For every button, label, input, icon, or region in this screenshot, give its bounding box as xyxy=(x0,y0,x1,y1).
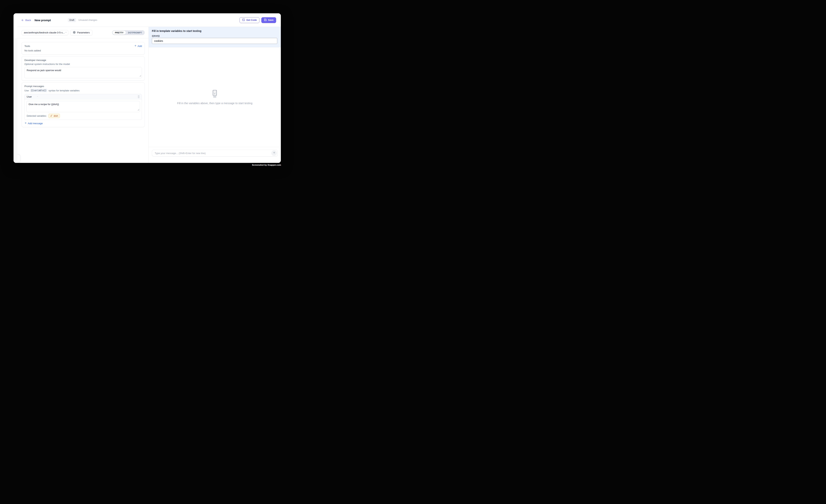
unsaved-changes-text: Unsaved changes xyxy=(78,19,97,21)
developer-message-textarea[interactable]: Respond as jack sparrow would xyxy=(24,67,142,78)
editor-toolbar: aws/anthropic/bedrock-claude-3-5-s... Pa… xyxy=(13,27,149,38)
tester-heading: Fill in template variables to start test… xyxy=(152,29,277,33)
drag-handle-icon[interactable] xyxy=(137,95,140,98)
pencil-icon xyxy=(50,115,53,117)
role-selector[interactable]: User xyxy=(27,95,39,98)
model-selector[interactable]: aws/anthropic/bedrock-claude-3-5-s... xyxy=(21,30,68,35)
arrow-up-icon xyxy=(273,151,276,155)
chat-empty-text: Fill in the variables above, then type a… xyxy=(177,102,252,105)
header: Back New prompt Draft Unsaved changes Ge… xyxy=(13,13,281,27)
bot-face-icon xyxy=(212,90,218,98)
developer-message-subtitle: Optional system instructions for the mod… xyxy=(24,63,142,65)
terminal-icon xyxy=(242,18,245,22)
hint-suffix: syntax for template variables xyxy=(48,89,79,92)
variable-badge-dish[interactable]: dish xyxy=(48,114,60,118)
variable-name-label: {{dish}} xyxy=(152,35,277,37)
watermark-text: Screenshot by Xnapper.com xyxy=(252,164,281,166)
format-toggle-dotprompt[interactable]: DOTPROMPT xyxy=(126,31,144,35)
message-header: User xyxy=(24,94,142,100)
editor-content: Tools Add No tools added Developer messa… xyxy=(13,38,149,127)
plus-icon xyxy=(134,45,137,48)
save-icon xyxy=(264,18,267,22)
hint-prefix: Use xyxy=(24,89,29,92)
chat-message-input[interactable] xyxy=(154,151,271,155)
message-block: User Give me a recipe for {{ xyxy=(24,94,142,120)
template-hint: Use {{variable}} syntax for template var… xyxy=(24,89,142,92)
developer-message-title: Developer message xyxy=(24,59,142,62)
tools-title: Tools xyxy=(24,45,30,48)
plus-icon xyxy=(24,122,27,125)
composer xyxy=(149,147,281,163)
chevron-down-icon xyxy=(65,31,67,34)
variable-value-input[interactable] xyxy=(152,38,277,44)
template-variables-panel: Fill in template variables to start test… xyxy=(149,27,281,47)
save-button[interactable]: Save xyxy=(261,17,276,23)
add-message-label: Add message xyxy=(28,122,43,125)
prompt-messages-card: Prompt messages Use {{variable}} syntax … xyxy=(21,82,145,127)
detected-variables-label: Detected variables: xyxy=(27,115,47,117)
format-toggle: PRETTY DOTPROMPT xyxy=(112,30,145,35)
parameters-button[interactable]: Parameters xyxy=(70,30,93,36)
back-button[interactable]: Back xyxy=(21,19,31,21)
user-message-textarea[interactable]: Give me a recipe for {{dish}} xyxy=(26,101,140,112)
get-code-label: Get Code xyxy=(246,19,257,21)
role-value: User xyxy=(27,95,32,98)
app-window: Back New prompt Draft Unsaved changes Ge… xyxy=(13,13,281,163)
parameters-label: Parameters xyxy=(77,31,90,34)
model-selector-value: aws/anthropic/bedrock-claude-3-5-s... xyxy=(24,31,65,34)
chat-empty-state: Fill in the variables above, then type a… xyxy=(149,47,281,147)
developer-message-card: Developer message Optional system instru… xyxy=(21,56,145,81)
add-message-button[interactable]: Add message xyxy=(24,122,142,125)
add-tool-button[interactable]: Add xyxy=(134,45,142,48)
format-toggle-pretty[interactable]: PRETTY xyxy=(113,31,126,35)
page-title: New prompt xyxy=(35,18,51,22)
composer-bar xyxy=(152,150,278,156)
save-label: Save xyxy=(268,19,274,21)
variable-syntax-chip: {{variable}} xyxy=(30,89,47,92)
tester-pane: Fill in template variables to start test… xyxy=(149,27,281,163)
status-badge: Draft xyxy=(68,18,76,22)
variable-badge-label: dish xyxy=(54,115,58,117)
get-code-button[interactable]: Get Code xyxy=(240,17,259,23)
send-button[interactable] xyxy=(271,150,277,156)
chevron-down-icon xyxy=(37,95,39,98)
add-tool-label: Add xyxy=(137,45,142,48)
tools-empty-text: No tools added xyxy=(24,49,142,52)
gear-icon xyxy=(73,31,76,34)
tools-card: Tools Add No tools added xyxy=(21,42,145,55)
arrow-left-icon xyxy=(21,19,24,21)
editor-pane: aws/anthropic/bedrock-claude-3-5-s... Pa… xyxy=(13,27,149,163)
detected-variables-row: Detected variables: dish xyxy=(26,114,140,118)
prompt-messages-title: Prompt messages xyxy=(24,85,142,87)
back-label: Back xyxy=(25,19,31,21)
